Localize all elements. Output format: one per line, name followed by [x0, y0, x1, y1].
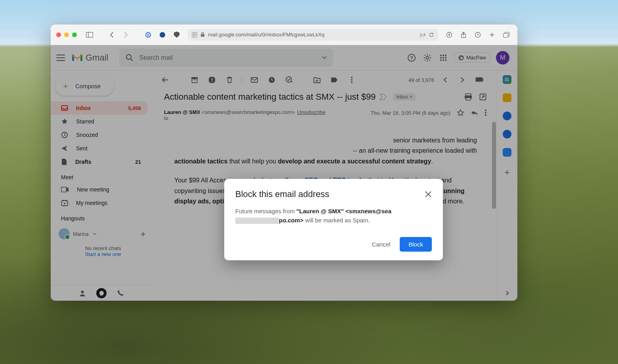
- back-button[interactable]: [106, 29, 117, 40]
- svg-rect-0: [86, 32, 93, 37]
- reload-icon[interactable]: [429, 32, 434, 38]
- dialog-body: Future messages from "Lauren @ SMX" <smx…: [235, 207, 432, 225]
- extension-s-icon[interactable]: S: [143, 29, 154, 40]
- lock-icon: [200, 32, 205, 37]
- window-controls: [56, 32, 77, 37]
- window-titlebar: S mail.google.com/mail/u/0/#inbox/FMfcgx…: [51, 25, 517, 45]
- gmail-app: Gmail ? MacPaw M ＋: [51, 45, 517, 301]
- fullscreen-window-button[interactable]: [72, 32, 77, 37]
- translate-icon[interactable]: 文A: [419, 32, 425, 37]
- address-bar[interactable]: mail.google.com/mail/u/0/#inbox/FMfcgxwL…: [188, 29, 438, 41]
- new-tab-icon[interactable]: [486, 29, 498, 40]
- block-button[interactable]: Block: [400, 237, 432, 252]
- modal-backdrop[interactable]: [51, 45, 517, 301]
- share-icon[interactable]: [458, 29, 469, 40]
- url-text: mail.google.com/mail/u/0/#inbox/FMfcgxwL…: [208, 32, 324, 38]
- minimize-window-button[interactable]: [64, 32, 69, 37]
- downloads-icon[interactable]: [444, 29, 455, 40]
- sidebar-toggle-icon[interactable]: [84, 29, 95, 40]
- block-sender-dialog: Block this email address Future messages…: [224, 179, 443, 260]
- svg-rect-6: [201, 34, 204, 37]
- forward-button[interactable]: [120, 29, 132, 40]
- svg-text:文A: 文A: [419, 33, 425, 37]
- extension-1password-icon[interactable]: [157, 29, 168, 40]
- close-window-button[interactable]: [56, 32, 61, 37]
- dialog-close-icon[interactable]: [425, 191, 432, 198]
- extension-shield-icon[interactable]: [171, 29, 182, 40]
- cancel-button[interactable]: Cancel: [372, 241, 391, 248]
- dialog-title: Block this email address: [235, 189, 329, 199]
- reader-icon: [192, 32, 197, 38]
- tabs-icon[interactable]: [501, 29, 512, 40]
- svg-rect-12: [504, 33, 508, 37]
- redacted-segment: [235, 218, 279, 224]
- safari-window: S mail.google.com/mail/u/0/#inbox/FMfcgx…: [51, 25, 517, 301]
- history-icon[interactable]: [472, 29, 483, 40]
